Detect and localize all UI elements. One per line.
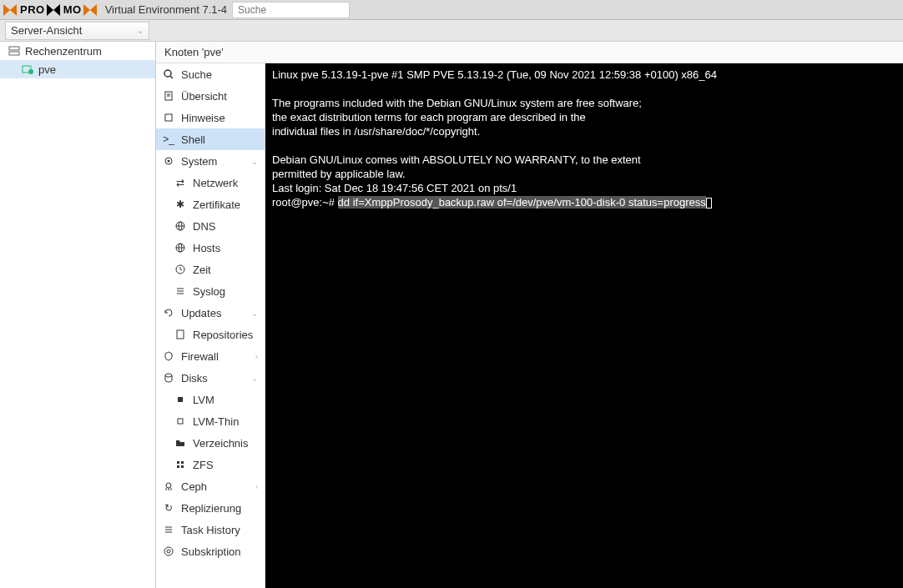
svg-rect-0 (9, 47, 19, 50)
shell-terminal[interactable]: Linux pve 5.13.19-1-pve #1 SMP PVE 5.13.… (265, 63, 903, 588)
disk-icon (163, 372, 174, 384)
grid-icon (174, 459, 186, 470)
breadcrumb: Knoten 'pve' (156, 42, 903, 63)
search-icon (163, 68, 174, 80)
menu-dns[interactable]: DNS (156, 215, 265, 237)
menu-zfs[interactable]: ZFS (156, 454, 265, 475)
globe-icon (174, 220, 186, 232)
menu-firewall[interactable]: Firewall› (156, 345, 265, 367)
globe-icon (174, 242, 186, 254)
svg-rect-27 (178, 419, 183, 424)
support-icon (163, 545, 174, 557)
menu-disks[interactable]: Disks⌄ (156, 367, 265, 389)
shield-icon (163, 350, 174, 362)
view-selector[interactable]: Server-Ansicht ⌄ (5, 22, 149, 40)
chevron-down-icon: ⌄ (137, 26, 144, 35)
menu-replication[interactable]: ↻Replizierung (156, 497, 265, 519)
svg-point-11 (168, 160, 170, 163)
shell-command: dd if=XmppProsody_backup.raw of=/dev/pve… (338, 196, 706, 209)
node-menu: Suche Übersicht Hinweise >_Shell System⌄… (156, 63, 265, 588)
menu-certs[interactable]: ✱Zertifikate (156, 193, 265, 215)
menu-network[interactable]: ⇄Netzwerk (156, 172, 265, 193)
svg-point-25 (165, 374, 172, 377)
svg-line-5 (170, 76, 173, 78)
svg-line-20 (180, 269, 182, 270)
note-icon (163, 112, 174, 123)
node-icon (22, 63, 33, 75)
server-icon (8, 45, 20, 57)
refresh-icon (163, 307, 174, 319)
menu-hosts[interactable]: Hosts (156, 237, 265, 259)
menu-search[interactable]: Suche (156, 63, 265, 85)
menu-subscription[interactable]: Subskription (156, 540, 265, 562)
logo-text-1: PRO (20, 3, 45, 16)
view-selector-label: Server-Ansicht (11, 24, 82, 37)
list-icon (163, 524, 174, 535)
menu-taskhist[interactable]: Task History (156, 519, 265, 540)
tree-node-pve[interactable]: pve (0, 60, 155, 78)
terminal-icon: >_ (163, 133, 174, 145)
svg-point-39 (164, 547, 173, 555)
folder-icon (174, 437, 186, 449)
env-version: Virtual Environment 7.1-4 (105, 3, 227, 16)
resource-tree: Rechenzentrum pve (0, 42, 156, 588)
menu-shell[interactable]: >_Shell (156, 128, 265, 150)
menu-notes[interactable]: Hinweise (156, 107, 265, 128)
svg-rect-30 (177, 465, 179, 468)
file-icon (174, 329, 186, 340)
tree-datacenter[interactable]: Rechenzentrum (0, 42, 155, 60)
logo-text-2: MO (63, 3, 82, 16)
menu-syslog[interactable]: Syslog (156, 280, 265, 302)
svg-rect-29 (181, 461, 184, 464)
tree-datacenter-label: Rechenzentrum (25, 45, 102, 58)
menu-lvm[interactable]: LVM (156, 389, 265, 410)
chevron-down-icon: ⌄ (251, 374, 258, 383)
menu-updates[interactable]: Updates⌄ (156, 302, 265, 324)
sync-icon: ↻ (163, 502, 174, 514)
cert-icon: ✱ (174, 199, 186, 210)
document-icon (163, 90, 174, 102)
svg-point-40 (167, 550, 170, 553)
logo: PRO MO (2, 3, 100, 18)
menu-time[interactable]: Zeit (156, 259, 265, 280)
svg-rect-31 (181, 465, 184, 468)
chevron-down-icon: ⌄ (251, 157, 258, 166)
svg-rect-26 (178, 397, 183, 402)
list-icon (174, 285, 186, 297)
square-outline-icon (174, 415, 186, 427)
shell-prompt: root@pve:~# (272, 196, 338, 209)
chevron-right-icon: › (255, 352, 258, 361)
ceph-icon (163, 480, 174, 492)
svg-point-32 (166, 483, 171, 488)
network-icon: ⇄ (174, 177, 186, 188)
square-icon (174, 394, 186, 405)
chevron-down-icon: ⌄ (251, 309, 258, 318)
tree-node-label: pve (38, 63, 56, 76)
menu-ceph[interactable]: Ceph› (156, 475, 265, 497)
clock-icon (174, 264, 186, 275)
svg-rect-9 (165, 114, 172, 121)
cursor-icon (706, 198, 712, 209)
svg-rect-1 (9, 52, 19, 55)
menu-dir[interactable]: Verzeichnis (156, 432, 265, 454)
svg-rect-28 (177, 461, 179, 464)
menu-repos[interactable]: Repositories (156, 324, 265, 345)
global-search-input[interactable] (232, 2, 350, 18)
svg-point-4 (164, 70, 171, 77)
svg-rect-24 (177, 330, 184, 339)
gear-icon (163, 155, 174, 167)
menu-system[interactable]: System⌄ (156, 150, 265, 172)
chevron-right-icon: › (255, 482, 258, 491)
menu-lvmthin[interactable]: LVM-Thin (156, 410, 265, 432)
svg-point-3 (28, 69, 33, 74)
menu-summary[interactable]: Übersicht (156, 85, 265, 107)
